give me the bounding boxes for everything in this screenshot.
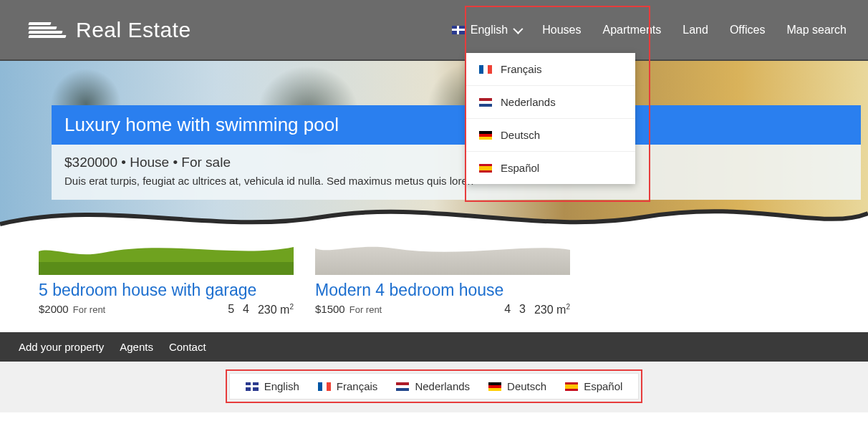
fr-flag-icon xyxy=(318,382,331,391)
es-flag-icon xyxy=(565,382,578,391)
listing-title: Modern 4 bedroom house xyxy=(315,281,570,300)
listing-price: $1500 xyxy=(315,303,345,315)
footer-language-option[interactable]: Deutsch xyxy=(488,380,546,392)
language-option[interactable]: Deutsch xyxy=(466,119,635,152)
hero-description: Duis erat turpis, feugiat ac ultrices at… xyxy=(52,175,861,187)
hero-section: Luxury home with swimming pool $320000 •… xyxy=(0,60,868,238)
footer-language-option[interactable]: Nederlands xyxy=(396,380,470,392)
listing-card[interactable]: Modern 4 bedroom house $1500 For rent 4 … xyxy=(315,243,570,316)
footer-dark: Add your property Agents Contact xyxy=(0,332,868,362)
fr-flag-icon xyxy=(479,65,492,74)
language-option-label: Español xyxy=(501,162,539,174)
main-nav: English Houses Apartments Land Offices M… xyxy=(452,24,847,37)
language-option[interactable]: Nederlands xyxy=(466,86,635,119)
footer-agents[interactable]: Agents xyxy=(120,341,153,353)
listing-card[interactable]: 5 bedroom house with garage $2000 For re… xyxy=(39,243,294,316)
hero-panel: Luxury home with swimming pool $320000 •… xyxy=(52,105,861,200)
footer-add-property[interactable]: Add your property xyxy=(19,341,104,353)
nav-houses[interactable]: Houses xyxy=(542,24,581,37)
hero-title: Luxury home with swimming pool xyxy=(52,105,861,145)
site-header: Real Estate English Houses Apartments La… xyxy=(0,0,868,60)
listing-beds: 5 xyxy=(228,303,234,316)
listing-beds: 4 xyxy=(504,303,511,316)
listings-row: 5 bedroom house with garage $2000 For re… xyxy=(0,238,868,332)
footer-language-option[interactable]: Español xyxy=(565,380,622,392)
nl-flag-icon xyxy=(479,98,492,107)
listing-status: For rent xyxy=(73,304,106,315)
chevron-down-icon xyxy=(513,24,524,34)
language-option[interactable]: Français xyxy=(466,53,635,86)
nav-map-search[interactable]: Map search xyxy=(786,24,847,37)
listing-thumbnail xyxy=(39,243,294,275)
footer-contact[interactable]: Contact xyxy=(169,341,206,353)
de-flag-icon xyxy=(488,382,501,391)
listing-area: 230 m2 xyxy=(258,303,294,316)
language-option-label: Français xyxy=(501,63,542,75)
language-option-label: Nederlands xyxy=(501,96,556,108)
footer-light: English Français Nederlands Deutsch Espa… xyxy=(0,362,868,412)
site-logo[interactable]: Real Estate xyxy=(29,14,191,46)
language-option[interactable]: Español xyxy=(466,152,635,184)
listing-price: $2000 xyxy=(39,303,69,315)
nl-flag-icon xyxy=(396,382,409,391)
listing-baths: 4 xyxy=(243,303,249,316)
logo-icon xyxy=(29,14,66,46)
footer-language-option[interactable]: English xyxy=(246,380,299,392)
listing-info-row: $1500 For rent 4 3 230 m2 xyxy=(315,303,570,316)
footer-language-option[interactable]: Français xyxy=(318,380,378,392)
footer-language-bar: English Français Nederlands Deutsch Espa… xyxy=(229,373,640,400)
listing-thumbnail xyxy=(315,243,570,275)
listing-area: 230 m2 xyxy=(534,303,570,316)
current-language-label: English xyxy=(471,24,508,37)
listing-info-row: $2000 For rent 5 4 230 m2 xyxy=(39,303,294,316)
nav-land[interactable]: Land xyxy=(683,24,708,37)
language-option-label: Deutsch xyxy=(501,129,540,141)
hero-meta: $320000 • House • For sale xyxy=(52,145,861,175)
section-divider-wave xyxy=(0,195,868,238)
nav-offices[interactable]: Offices xyxy=(730,24,766,37)
listing-status: For rent xyxy=(349,304,382,315)
uk-flag-icon xyxy=(452,26,465,34)
uk-flag-icon xyxy=(246,382,259,391)
language-dropdown: Français Nederlands Deutsch Español xyxy=(466,53,635,184)
language-selector[interactable]: English xyxy=(452,24,521,37)
listing-baths: 3 xyxy=(519,303,526,316)
de-flag-icon xyxy=(479,131,492,140)
nav-apartments[interactable]: Apartments xyxy=(603,24,662,37)
listing-title: 5 bedroom house with garage xyxy=(39,281,294,300)
logo-text: Real Estate xyxy=(76,18,191,42)
es-flag-icon xyxy=(479,164,492,173)
